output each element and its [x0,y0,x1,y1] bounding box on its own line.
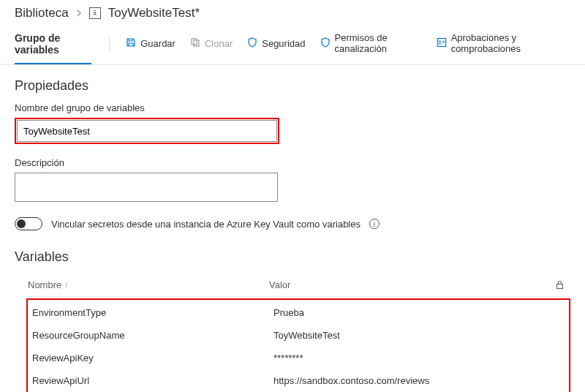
keyvault-toggle[interactable] [15,217,42,230]
save-icon [126,37,136,50]
keyvault-toggle-label: Vincular secretos desde una instancia de… [51,219,361,230]
description-label: Descripción [15,157,570,168]
breadcrumb-current: ToyWebsiteTest* [108,6,200,20]
variables-section: Variables [0,230,585,265]
var-name-cell[interactable]: ResourceGroupName [32,330,273,341]
chevron-right-icon [76,7,82,19]
variables-heading: Variables [15,249,570,265]
var-name-cell[interactable]: ReviewApiUrl [32,375,273,386]
column-value-header[interactable]: Valor [269,279,548,290]
pipeline-permissions-button[interactable]: Permisos de canalización [313,28,429,63]
keyvault-toggle-row: Vincular secretos desde una instancia de… [15,217,570,230]
approvals-checks-button[interactable]: Aprobaciones y comprobaciones [429,28,570,63]
checklist-icon [437,37,447,50]
column-name-header[interactable]: Nombre ↑ [28,279,269,290]
shield-icon [320,37,331,50]
name-highlight [15,118,279,144]
var-value-cell[interactable]: ******** [273,353,565,363]
description-input[interactable] [15,173,278,202]
clone-icon [190,37,200,50]
table-row[interactable]: EnvironmentType Prueba [29,301,567,324]
properties-heading: Propiedades [15,78,570,94]
breadcrumb-parent[interactable]: Biblioteca [15,6,69,20]
save-label: Guardar [140,38,176,49]
var-name-cell[interactable]: ReviewApiKey [32,353,273,363]
name-field-block: Nombre del grupo de variables [15,102,570,144]
lock-icon [556,280,564,290]
security-label: Seguridad [262,38,305,49]
column-lock-header [548,280,570,290]
variables-table-body: EnvironmentType Prueba ResourceGroupName… [26,298,570,392]
svg-rect-3 [556,284,562,289]
var-value-cell[interactable]: ToyWebsiteTest [273,330,565,341]
var-value-cell[interactable]: https://sandbox.contoso.com/reviews [273,375,565,386]
var-value-cell[interactable]: Prueba [273,307,565,318]
save-button[interactable]: Guardar [118,33,183,59]
variable-group-icon: x̄ [89,7,101,19]
var-name-cell[interactable]: EnvironmentType [32,307,273,318]
name-input[interactable] [17,120,277,142]
sort-asc-icon: ↑ [64,281,68,289]
description-field-block: Descripción [15,157,570,204]
info-icon[interactable]: i [369,219,380,229]
toolbar-separator [109,36,110,50]
approvals-checks-label: Aprobaciones y comprobaciones [451,32,563,54]
table-row[interactable]: ResourceGroupName ToyWebsiteTest [29,324,567,347]
toolbar: Grupo de variables Guardar Clonar Seguri… [0,20,585,65]
table-row[interactable]: ReviewApiKey ******** [29,347,567,369]
name-label: Nombre del grupo de variables [15,102,570,113]
security-button[interactable]: Seguridad [240,33,312,59]
properties-section: Propiedades Nombre del grupo de variable… [0,65,585,230]
variables-table-header: Nombre ↑ Valor [28,274,570,297]
pipeline-permissions-label: Permisos de canalización [335,32,422,54]
breadcrumb: Biblioteca x̄ ToyWebsiteTest* [0,0,585,20]
tab-variable-group[interactable]: Grupo de variables [15,26,91,64]
shield-icon [247,37,257,50]
clone-button: Clonar [183,33,240,59]
toggle-knob [17,219,26,228]
column-name-label: Nombre [28,279,61,290]
table-row[interactable]: ReviewApiUrl https://sandbox.contoso.com… [29,369,567,392]
clone-label: Clonar [205,38,233,49]
